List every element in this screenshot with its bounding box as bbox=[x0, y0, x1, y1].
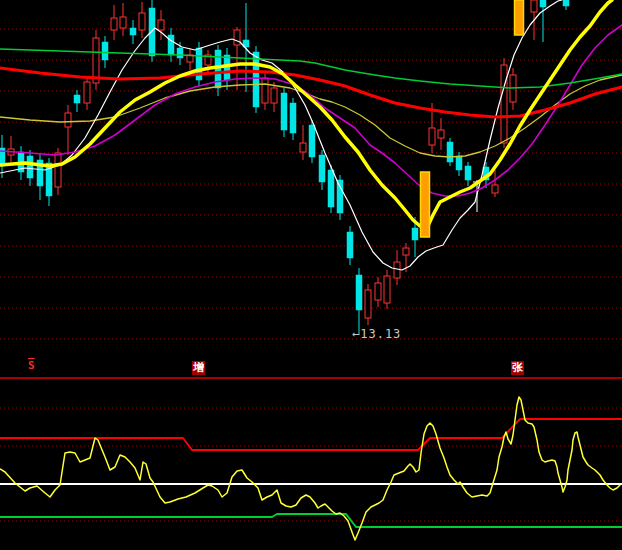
buy-signal-bar bbox=[515, 0, 524, 35]
candle-body-up bbox=[271, 88, 277, 103]
candle-body-down bbox=[290, 103, 296, 133]
candle-body-up bbox=[403, 248, 409, 255]
candle-body-up bbox=[65, 113, 71, 127]
signal-badge-zhang: 张 bbox=[511, 361, 524, 375]
candle-body-up bbox=[384, 276, 390, 303]
candle-body-down bbox=[149, 8, 155, 56]
candle-body-up bbox=[84, 82, 90, 103]
candle-body-up bbox=[262, 78, 268, 103]
candle-body-up bbox=[300, 143, 306, 152]
candle-body-up bbox=[120, 17, 126, 28]
candle-body-down bbox=[328, 170, 334, 207]
price-low-annotation: ←13.13 bbox=[352, 327, 401, 341]
candle-body-up bbox=[365, 290, 371, 318]
candle-body-down bbox=[168, 35, 174, 55]
candle-body-up bbox=[501, 65, 507, 143]
candle-body-up bbox=[158, 20, 164, 30]
candle-body-down bbox=[74, 95, 80, 103]
candle-body-down bbox=[253, 52, 259, 107]
candle-body-up bbox=[234, 30, 240, 45]
candle-body-down bbox=[27, 156, 33, 178]
candle-body-down bbox=[563, 0, 569, 6]
candle-body-up bbox=[139, 13, 145, 30]
candle-body-down bbox=[319, 155, 325, 182]
candle-body-down bbox=[177, 48, 183, 58]
candle-body-down bbox=[102, 42, 108, 60]
indicator-marker-s: S bbox=[27, 359, 36, 373]
signal-badge-zeng: 增 bbox=[192, 361, 205, 375]
candle-body-up bbox=[531, 0, 537, 12]
candle-body-down bbox=[465, 166, 471, 180]
candle-body-up bbox=[438, 130, 444, 138]
candle-body-up bbox=[111, 18, 117, 30]
candle-body-down bbox=[130, 28, 136, 35]
candle-body-up bbox=[375, 283, 381, 300]
candle-body-down bbox=[456, 156, 462, 170]
candle-body-down bbox=[309, 125, 315, 157]
candle-body-down bbox=[356, 275, 362, 310]
buy-signal-bar bbox=[421, 172, 430, 237]
candle-body-up bbox=[492, 185, 498, 193]
ma-white bbox=[0, 0, 562, 270]
candle-body-down bbox=[347, 232, 353, 258]
candle-body-down bbox=[337, 180, 343, 213]
candle-body-down bbox=[447, 142, 453, 162]
candle-body-down bbox=[281, 93, 287, 130]
candle-body-down bbox=[412, 228, 418, 240]
candle-body-up bbox=[55, 153, 61, 187]
candle-body-up bbox=[429, 128, 435, 145]
candlestick-chart-canvas[interactable] bbox=[0, 0, 622, 550]
candle-body-down bbox=[540, 0, 546, 7]
stock-chart-window: ←13.13 S 增 张 bbox=[0, 0, 622, 550]
